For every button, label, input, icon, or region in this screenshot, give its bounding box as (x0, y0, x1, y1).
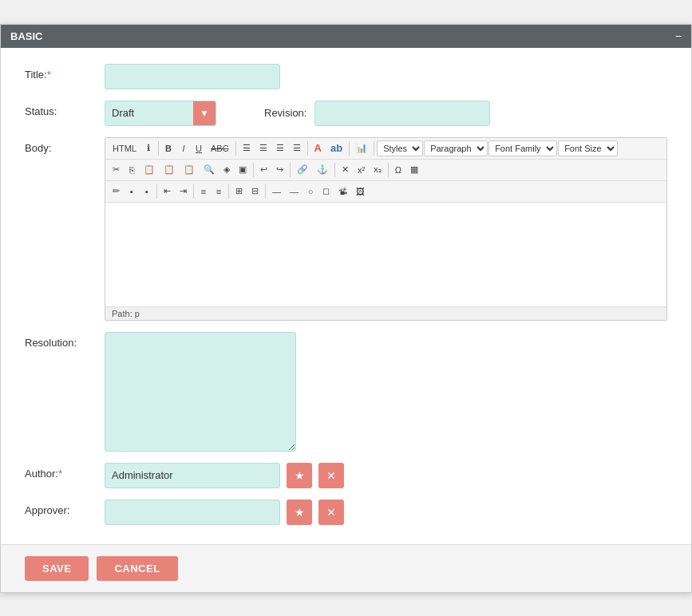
editor-wrap: HTML ℹ B I U ABC ☰ ☰ ☰ ☰ A ab 📊 (105, 137, 667, 321)
resolution-textarea[interactable] (105, 332, 296, 452)
draw-button[interactable]: ○ (303, 184, 318, 199)
sep-r2-3 (334, 163, 335, 177)
chart-button[interactable]: 📊 (352, 140, 371, 156)
revision-wrap: Revision: (264, 101, 490, 126)
indent-button[interactable]: ⇥ (176, 184, 191, 199)
block-quote-button[interactable]: ▪ (125, 184, 139, 199)
revision-input[interactable] (314, 101, 490, 126)
status-label: Status: (25, 101, 105, 117)
author-pick-button[interactable]: ★ (287, 463, 312, 488)
source-button[interactable]: ◈ (219, 162, 234, 178)
align-justify-button[interactable]: ☰ (289, 140, 305, 156)
paste-button[interactable]: 📋 (140, 162, 159, 178)
title-bar: BASIC − (1, 25, 691, 48)
media-button[interactable]: 📽 (334, 184, 351, 199)
image-placeholder-button[interactable]: ◻ (318, 184, 334, 199)
revision-label: Revision: (264, 107, 306, 119)
approver-label: Approver: (25, 500, 105, 516)
align-center-button[interactable]: ☰ (255, 140, 271, 156)
cut-button[interactable]: ✂ (109, 162, 124, 178)
author-input[interactable]: Administrator (105, 463, 280, 488)
superscript-button[interactable]: x² (354, 162, 369, 178)
remove-format-button[interactable]: ⊟ (247, 184, 263, 199)
hr-button[interactable]: — (268, 184, 285, 199)
toolbar-row1: HTML ℹ B I U ABC ☰ ☰ ☰ ☰ A ab 📊 (105, 138, 666, 160)
sep5 (374, 141, 374, 156)
approver-input[interactable] (105, 500, 280, 525)
body-label: Body: (25, 137, 105, 154)
ordered-list-button[interactable]: ≡ (212, 184, 226, 199)
sep4 (349, 141, 350, 156)
approver-pick-button[interactable]: ★ (287, 500, 312, 525)
show-blocks-button[interactable]: ⊞ (231, 184, 247, 199)
title-row: Title:* (25, 64, 667, 89)
window-title: BASIC (10, 30, 42, 42)
redo-button[interactable]: ↪ (272, 162, 287, 178)
status-select[interactable]: Draft Published Archived (105, 103, 193, 123)
form-body: Title:* Status: Draft Published Archived… (1, 48, 691, 544)
cancel-button[interactable]: CANCEL (97, 556, 177, 581)
link-button[interactable]: 🔗 (293, 162, 312, 178)
sep-r3-4 (265, 184, 266, 199)
underline-button[interactable]: U (192, 140, 206, 156)
editor-path: Path: p (105, 306, 666, 320)
sep-r2-2 (290, 163, 291, 177)
resolution-label: Resolution: (25, 332, 105, 349)
paragraph-select[interactable]: Paragraph (424, 140, 488, 156)
copy-button[interactable]: ⎘ (125, 162, 139, 178)
status-dropdown-button[interactable]: ▼ (193, 101, 216, 126)
styles-select[interactable]: Styles (377, 140, 423, 156)
sep-r3-3 (228, 184, 229, 199)
status-revision-row: Status: Draft Published Archived ▼ Revis… (25, 101, 667, 126)
footer: SAVE CANCEL (1, 544, 691, 592)
paste-text-button[interactable]: 📋 (160, 162, 179, 178)
toolbar-row2: ✂ ⎘ 📋 📋 📋 🔍 ◈ ▣ ↩ ↪ 🔗 ⚓ ✕ x² (105, 160, 666, 181)
approver-controls: ★ ✕ (105, 500, 344, 525)
edit-button[interactable]: ✏ (109, 184, 124, 199)
author-clear-button[interactable]: ✕ (318, 463, 344, 488)
toolbar-row3: ✏ ▪ ▪ ⇤ ⇥ ≡ ≡ ⊞ ⊟ — — ○ ◻ (105, 181, 666, 203)
font-family-select[interactable]: Font Family (488, 140, 557, 156)
pagebreak-button[interactable]: — (286, 184, 303, 199)
bold-button[interactable]: B (161, 140, 176, 156)
align-left-button[interactable]: ☰ (239, 140, 255, 156)
sep-r2-4 (388, 163, 389, 177)
info-button[interactable]: ℹ (141, 140, 156, 156)
html-button[interactable]: HTML (109, 140, 140, 156)
main-window: BASIC − Title:* Status: Draft Published … (0, 24, 692, 593)
image-button[interactable]: 🖼 (352, 184, 369, 199)
author-label: Author:* (25, 463, 105, 480)
font-size-select[interactable]: Font Size (558, 140, 618, 156)
title-label: Title:* (25, 64, 105, 81)
strikethrough-button[interactable]: ABC (207, 140, 233, 156)
select-all-button[interactable]: ▣ (235, 162, 251, 178)
strike-button[interactable]: ✕ (338, 162, 353, 178)
bullet-list-button[interactable]: ≡ (196, 184, 211, 199)
sep1 (158, 141, 159, 156)
italic-button[interactable]: I (176, 140, 191, 156)
font-color-button[interactable]: A (310, 140, 326, 156)
approver-row: Approver: ★ ✕ (25, 500, 667, 525)
table-button[interactable]: ▦ (406, 162, 422, 178)
highlight-button[interactable]: ab (326, 140, 346, 156)
align-right-button[interactable]: ☰ (272, 140, 288, 156)
find-button[interactable]: 🔍 (200, 162, 219, 178)
undo-button[interactable]: ↩ (256, 162, 271, 178)
sep-r3-1 (156, 184, 157, 199)
title-input[interactable] (105, 64, 280, 89)
minimize-button[interactable]: − (675, 30, 682, 41)
outdent-button[interactable]: ⇤ (160, 184, 175, 199)
author-controls: Administrator ★ ✕ (105, 463, 344, 488)
approver-clear-button[interactable]: ✕ (318, 500, 344, 525)
sep3 (307, 141, 308, 156)
sep-r2-1 (253, 163, 254, 177)
save-button[interactable]: SAVE (25, 556, 89, 581)
paste-word-button[interactable]: 📋 (180, 162, 199, 178)
subscript-button[interactable]: x₂ (370, 162, 386, 178)
div-button[interactable]: ▪ (140, 184, 154, 199)
body-row: Body: HTML ℹ B I U ABC ☰ ☰ ☰ ☰ A (25, 137, 667, 321)
sep-r3-2 (193, 184, 194, 199)
special-char-button[interactable]: Ω (391, 162, 405, 178)
editor-content[interactable] (105, 203, 666, 306)
anchor-button[interactable]: ⚓ (313, 162, 332, 178)
